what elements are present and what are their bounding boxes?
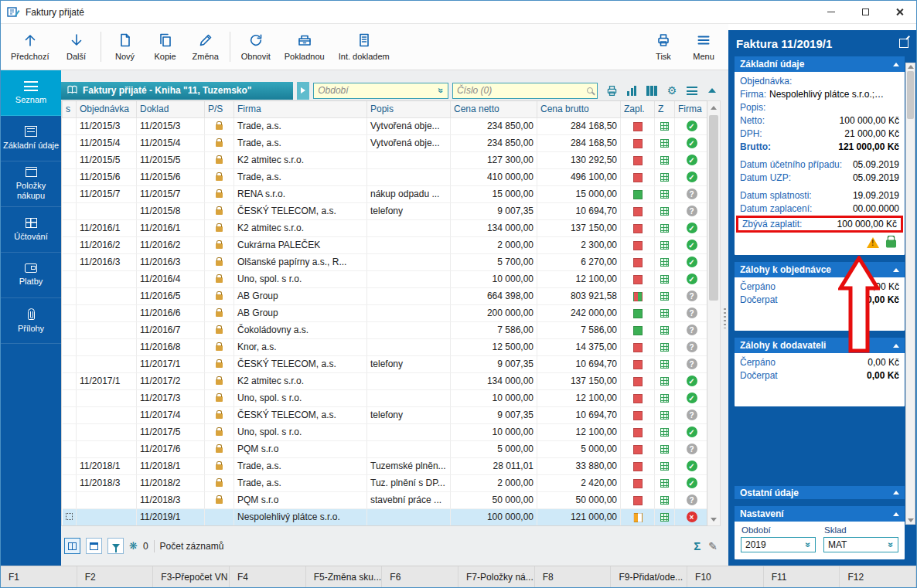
menu-button[interactable]: Menu: [683, 25, 724, 68]
sidebar-item-zakladni-udaje[interactable]: Základní údaje: [1, 116, 61, 161]
scroll-up-button[interactable]: [707, 101, 720, 114]
period-filter[interactable]: Období »: [313, 83, 448, 99]
section-header-zalohy-objednavce[interactable]: Zálohy k objednávce: [735, 262, 905, 277]
table-row[interactable]: 11/2017/5Uno, spol. s r.o.10 000,0012 10…: [63, 423, 708, 440]
paid-status-icon: [633, 309, 643, 318]
filter-button[interactable]: [107, 538, 124, 554]
table-row[interactable]: 11/2016/6AB Group200 000,00242 000,00?: [63, 304, 708, 321]
panel-splitter[interactable]: [721, 70, 728, 566]
scrollbar-thumb[interactable]: [709, 115, 718, 301]
section-header-nastaveni[interactable]: Nastavení: [735, 506, 905, 522]
table-row[interactable]: 11/2016/8Knor, a.s.12 500,0014 375,00?: [63, 338, 708, 355]
column-header-2[interactable]: Doklad: [137, 101, 205, 117]
table-row[interactable]: 11/2015/611/2015/6Trade, a.s.410 000,004…: [63, 168, 708, 185]
copy-button[interactable]: Kopie: [145, 25, 186, 68]
table-row[interactable]: 11/2018/311/2018/2Trade, a.s.Tuz. plnění…: [63, 474, 708, 491]
table-row[interactable]: 11/2016/211/2016/2Cukrárna PALEČEK2 000,…: [63, 236, 708, 253]
calendar-button[interactable]: [86, 538, 102, 554]
table-row[interactable]: 11/2017/1ČESKÝ TELECOM, a.s.telefony9 00…: [63, 355, 708, 372]
fkey-10[interactable]: F10: [687, 566, 764, 587]
table-row[interactable]: 11/2016/7Čokoládovny a.s.7 586,007 586,0…: [63, 321, 708, 338]
sidebar-item-prilohy[interactable]: Přílohy: [1, 298, 61, 344]
panel-scrollbar[interactable]: [905, 63, 915, 525]
column-header-8[interactable]: Zapl.: [621, 101, 655, 117]
column-header-9[interactable]: Z: [655, 101, 675, 117]
table-row[interactable]: 11/2015/8ČESKÝ TELECOM, a.s.telefony9 00…: [63, 202, 708, 219]
scrollbar-thumb[interactable]: [907, 71, 914, 119]
number-search-input[interactable]: Číslo (0): [452, 83, 598, 99]
table-row[interactable]: 11/2017/6PQM s.r.o5 000,005 000,00?: [63, 440, 708, 457]
popout-icon[interactable]: [899, 39, 908, 48]
fkey-6[interactable]: F6: [382, 566, 458, 587]
split-view-button[interactable]: [64, 538, 80, 554]
table-row[interactable]: 11/2017/4ČESKÝ TELECOM, a.s.telefony9 00…: [63, 406, 708, 423]
column-header-6[interactable]: Cena netto: [451, 101, 537, 117]
obdobi-select[interactable]: 2019 »: [741, 537, 816, 552]
table-row[interactable]: 11/2017/3Uno, spol. s r.o.10 000,0012 10…: [63, 389, 708, 406]
accounting-grid-icon: [660, 139, 669, 148]
internal-document-button[interactable]: Int. dokladem: [332, 25, 397, 68]
previous-button[interactable]: Předchozí: [4, 25, 56, 68]
close-button[interactable]: [882, 1, 916, 23]
sum-icon[interactable]: Σ: [694, 539, 701, 552]
section-header-zalohy-dodavateli[interactable]: Zálohy k dodavateli: [735, 338, 905, 353]
fkey-2[interactable]: F2: [77, 566, 154, 587]
column-header-1[interactable]: Objednávka: [77, 101, 137, 117]
column-header-7[interactable]: Cena brutto: [537, 101, 621, 117]
maximize-button[interactable]: [848, 1, 882, 23]
scroll-down-button[interactable]: [707, 513, 720, 525]
table-scrollbar[interactable]: [707, 100, 721, 526]
sidebar-item-seznam[interactable]: Seznam: [1, 70, 61, 116]
sidebar-item-polozky-nakupu[interactable]: Položky nákupu: [1, 161, 61, 207]
column-header-0[interactable]: s: [63, 101, 77, 117]
print-list-button[interactable]: [605, 83, 619, 97]
table-row[interactable]: 11/2018/3PQM s.r.ostavební práce ...50 0…: [63, 491, 708, 508]
table-row[interactable]: 11/2017/111/2017/2K2 atmitec s.r.o.134 0…: [63, 372, 708, 389]
sidebar-item-uctovani[interactable]: Účtování: [1, 207, 61, 253]
section-header-zakladni[interactable]: Základní údaje: [735, 56, 905, 72]
accounting-grid-icon: [660, 343, 669, 352]
fkey-8[interactable]: F8: [535, 566, 612, 587]
next-button[interactable]: Další: [56, 25, 97, 68]
table-row[interactable]: 11/2016/111/2016/1K2 atmitec s.r.o.134 0…: [63, 219, 708, 236]
fkey-4[interactable]: F4: [230, 566, 306, 587]
fkey-9[interactable]: F9-Přidat/ode...: [611, 566, 687, 587]
minimize-button[interactable]: [814, 1, 848, 23]
table-row[interactable]: 11/2015/411/2015/4Trade, a.s.Vytvořená o…: [63, 134, 708, 151]
sidebar-item-platby[interactable]: Platby: [1, 253, 61, 298]
snowflake-icon[interactable]: ❋: [129, 541, 138, 551]
table-row[interactable]: 11/2016/311/2016/3Olšanské papírny a.s.,…: [63, 253, 708, 270]
column-header-4[interactable]: Firma: [234, 101, 367, 117]
table-row[interactable]: 11/2016/4Uno, spol. s r.o.10 000,0012 10…: [63, 270, 708, 287]
fkey-11[interactable]: F11: [764, 566, 840, 587]
settings-button[interactable]: ⚙: [665, 83, 679, 97]
cash-register-button[interactable]: Pokladnou: [278, 25, 332, 68]
section-header-ostatni[interactable]: Ostatní údaje: [735, 486, 905, 499]
table-row[interactable]: 11/2015/511/2015/5K2 atmitec s.r.o.127 3…: [63, 151, 708, 168]
columns-button[interactable]: [645, 83, 659, 97]
chart-button[interactable]: [625, 83, 639, 97]
column-header-5[interactable]: Popis: [367, 101, 451, 117]
table-row[interactable]: 11/2015/711/2015/7RENA s.r.o.nákup odpad…: [63, 185, 708, 202]
fkey-3[interactable]: F3-Přepočet VN: [153, 566, 230, 587]
refresh-button[interactable]: Obnovit: [234, 25, 278, 68]
sklad-select[interactable]: MAT »: [823, 537, 898, 552]
column-header-10[interactable]: Firma: [675, 101, 708, 117]
table-row[interactable]: 11/2018/111/2018/1Trade, a.s.Tuzemské pl…: [63, 457, 708, 474]
fkey-1[interactable]: F1: [1, 566, 77, 587]
print-button[interactable]: Tisk: [643, 25, 683, 68]
table-row[interactable]: 11/2016/5AB Group664 398,00803 921,58?: [63, 287, 708, 304]
fkey-5[interactable]: F5-Změna sku...: [306, 566, 383, 587]
edit-icon[interactable]: ✎: [708, 540, 718, 552]
list-menu-button[interactable]: [685, 83, 699, 97]
edit-button[interactable]: Změna: [186, 25, 226, 68]
fkey-12[interactable]: F12: [840, 566, 916, 587]
table-row[interactable]: 11/2015/311/2015/3Trade, a.s.Vytvořená o…: [63, 117, 708, 134]
table-row[interactable]: 11/2019/1Nespolehlivý plátce s.r.o.100 0…: [63, 508, 708, 525]
book-select-button[interactable]: [297, 82, 309, 100]
fkey-7[interactable]: F7-Položky ná...: [458, 566, 535, 587]
new-button[interactable]: Nový: [105, 25, 145, 68]
field-label: Datum splatnosti:: [740, 190, 812, 201]
column-header-3[interactable]: P/S: [205, 101, 234, 117]
collapse-button[interactable]: [705, 83, 719, 97]
